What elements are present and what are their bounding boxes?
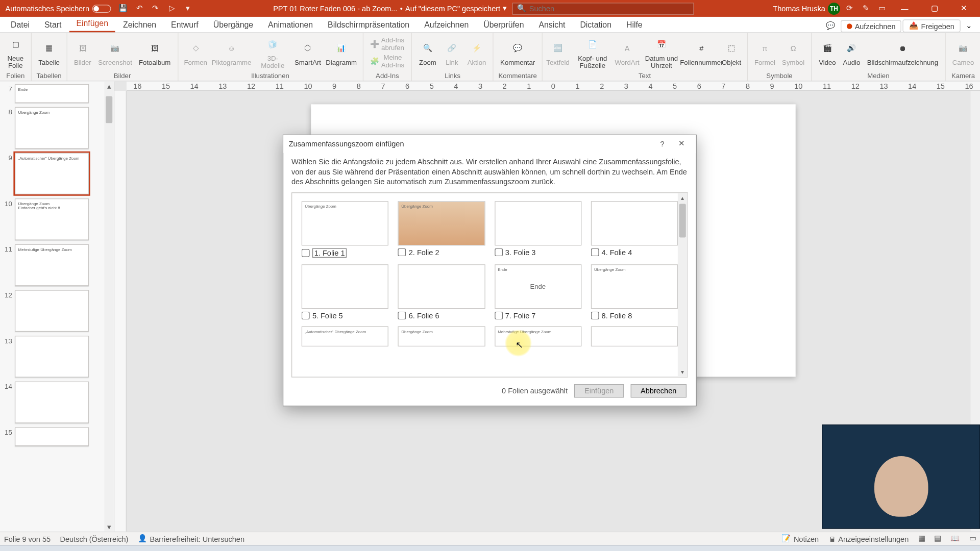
slide-option-label[interactable]: 1. Folie 1 [302, 248, 388, 257]
draw-icon[interactable]: ✎ [859, 2, 872, 15]
tab-ansicht[interactable]: Ansicht [532, 17, 572, 32]
app-icon[interactable]: ● [233, 546, 257, 551]
language-status[interactable]: Deutsch (Österreich) [60, 535, 129, 543]
slide-option[interactable] [591, 326, 677, 346]
scroll-down-icon[interactable]: ▾ [104, 522, 113, 531]
view-slideshow-icon[interactable]: ▭ [969, 534, 976, 543]
ribbon-button[interactable]: 🖼Fotoalbum [136, 38, 174, 67]
slide-option[interactable]: 5. Folie 5 [302, 264, 388, 319]
ribbon-button[interactable]: ▢Neue Folie [4, 34, 27, 70]
ribbon-button[interactable]: #Foliennummer [684, 38, 719, 67]
slide-checkbox[interactable] [591, 248, 599, 256]
slide-checkbox[interactable] [302, 311, 310, 319]
ribbon-button[interactable]: ▦Tabelle [36, 38, 62, 67]
app-icon[interactable]: ◧ [156, 546, 180, 551]
maximize-button[interactable]: ▢ [921, 0, 948, 17]
slide-thumbnail[interactable]: 13 [3, 336, 110, 378]
comments-icon[interactable]: 💬 [822, 20, 839, 32]
close-button[interactable]: ✕ [950, 0, 977, 17]
ribbon-button[interactable]: 💬Kommentar [498, 38, 538, 67]
scroll-up-icon[interactable]: ▴ [678, 193, 687, 202]
slide-thumbnail[interactable]: 9„Automatischer" Übergänge Zoom [3, 153, 110, 194]
undo-icon[interactable]: ↶ [132, 2, 145, 15]
explorer-icon[interactable]: 📁 [28, 546, 52, 551]
start-icon[interactable]: ▷ [165, 2, 178, 15]
document-title[interactable]: PPT 01 Roter Faden 006 - ab Zoom... • Au… [273, 4, 507, 13]
ribbon-button[interactable]: ⬚Objekt [720, 38, 743, 67]
scroll-thumb[interactable] [106, 96, 112, 123]
tab-dictation[interactable]: Dictation [573, 17, 618, 32]
qat-more-icon[interactable]: ▾ [181, 2, 194, 15]
slide-thumbnail[interactable]: 14 [3, 382, 110, 423]
app-icon[interactable]: 📄 [437, 546, 461, 551]
scroll-up-icon[interactable]: ▴ [104, 82, 113, 91]
slide-option[interactable]: Mehrstufige Übergänge Zoom [495, 326, 581, 346]
record-button[interactable]: Aufzeichnen [841, 20, 901, 32]
slide-thumbnail[interactable]: 8Übergänge Zoom [3, 107, 110, 149]
avatar[interactable]: TH [828, 3, 840, 15]
search-field[interactable] [529, 5, 690, 13]
share-button[interactable]: 📤Freigeben [903, 19, 961, 32]
slide-option[interactable]: EndeEnde7. Folie 7 [495, 264, 581, 319]
tab-start[interactable]: Start [38, 17, 68, 32]
slide-thumbnail[interactable]: 12 [3, 290, 110, 332]
save-icon[interactable]: 💾 [116, 2, 130, 15]
view-sorter-icon[interactable]: ▤ [934, 534, 941, 543]
slide-checkbox[interactable] [591, 311, 599, 319]
slide-option[interactable]: „Automatischer" Übergänge Zoom [302, 326, 388, 346]
help-button[interactable]: ? [653, 136, 672, 151]
ribbon-button[interactable]: ⏺Bildschirmaufzeichnung [864, 38, 941, 67]
ribbon-options-icon[interactable]: ▭ [875, 2, 888, 15]
chrome-icon[interactable]: 🌐 [80, 546, 104, 551]
excel-icon[interactable]: X [463, 546, 487, 551]
slide-option[interactable]: Übergänge Zoom8. Folie 8 [591, 264, 677, 319]
slide-option-label[interactable]: 7. Folie 7 [495, 311, 581, 319]
autosave-toggle[interactable]: Automatisches Speichern [3, 5, 113, 13]
tab-zeichnen[interactable]: Zeichnen [116, 17, 163, 32]
slide-option-label[interactable]: 2. Folie 2 [398, 248, 485, 256]
app-icon[interactable]: ◉ [361, 546, 385, 551]
slide-option[interactable]: 4. Folie 4 [591, 201, 677, 258]
slide-thumbnail[interactable]: 11Mehrstufige Übergänge Zoom [3, 244, 110, 286]
slide-option-label[interactable]: 8. Folie 8 [591, 311, 677, 319]
vlc-icon[interactable]: ▶ [182, 546, 206, 551]
slide-checkbox[interactable] [495, 311, 503, 319]
tab-übergänge[interactable]: Übergänge [207, 17, 260, 32]
slide-option-label[interactable]: 5. Folie 5 [302, 311, 388, 319]
ribbon-button[interactable]: 📊Diagramm [324, 38, 358, 67]
ribbon-button[interactable]: 📄Kopf- und Fußzeile [571, 34, 614, 70]
minimize-button[interactable]: — [891, 0, 918, 17]
powerpoint-icon[interactable]: P [131, 546, 155, 551]
scroll-thumb[interactable] [679, 204, 686, 237]
ribbon-button[interactable]: 📅Datum und Uhrzeit [640, 34, 683, 70]
ribbon-button[interactable]: 🎬Video [816, 38, 839, 67]
accessibility-status[interactable]: 👤Barrierefreiheit: Untersuchen [138, 534, 244, 543]
slide-option[interactable]: Übergänge Zoom2. Folie 2 [398, 201, 485, 258]
slide-checkbox[interactable] [495, 248, 503, 256]
ribbon-button[interactable]: 🔊Audio [840, 38, 863, 67]
display-settings-button[interactable]: 🖥Anzeigeeinstellungen [828, 535, 909, 543]
obs-icon[interactable]: ⬤ [335, 546, 359, 551]
ribbon-button[interactable]: 🔍Zoom [416, 38, 439, 67]
view-normal-icon[interactable]: ▦ [918, 534, 925, 543]
close-icon[interactable]: ✕ [672, 136, 691, 151]
tab-hilfe[interactable]: Hilfe [620, 17, 649, 32]
redo-icon[interactable]: ↷ [149, 2, 162, 15]
slide-option[interactable]: Übergänge Zoom [398, 326, 485, 346]
chevron-down-icon[interactable]: ⌄ [962, 20, 976, 32]
outlook-icon[interactable]: 📧 [105, 546, 129, 551]
slide-option[interactable]: 3. Folie 3 [495, 201, 581, 258]
thumbnail-scrollbar[interactable]: ▴ ▾ [104, 82, 113, 532]
notes-button[interactable]: 📝Notizen [781, 534, 819, 543]
telegram-icon[interactable]: ✈ [284, 546, 308, 551]
slide-thumbnail[interactable]: 15 [3, 427, 110, 446]
firefox-icon[interactable]: 🦊 [54, 546, 78, 551]
slide-checkbox[interactable] [302, 248, 310, 257]
dialog-scrollbar[interactable]: ▴ ▾ [678, 193, 687, 377]
app-icon[interactable]: ▦ [207, 546, 231, 551]
onenote-icon[interactable]: N [258, 546, 282, 551]
tab-datei[interactable]: Datei [4, 17, 36, 32]
slide-option-label[interactable]: 6. Folie 6 [398, 311, 485, 319]
edge-icon[interactable]: e [488, 546, 512, 551]
tab-überprüfen[interactable]: Überprüfen [477, 17, 531, 32]
